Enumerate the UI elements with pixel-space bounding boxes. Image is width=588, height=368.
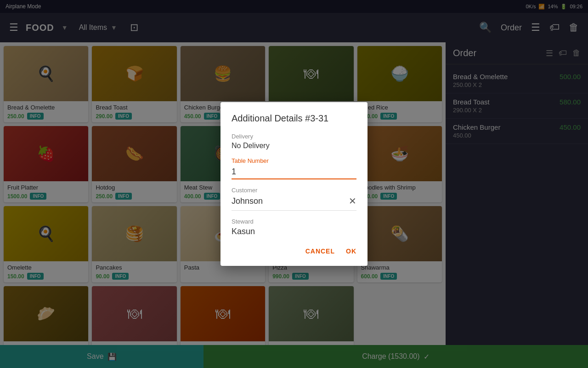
cancel-button[interactable]: CANCEL xyxy=(305,247,335,255)
clear-customer-button[interactable]: ✕ xyxy=(349,196,356,207)
additional-details-dialog: Additional Details #3-31 Delivery No Del… xyxy=(220,102,368,266)
dialog-actions: CANCEL OK xyxy=(232,247,356,255)
steward-label: Steward xyxy=(232,218,356,225)
dialog-title: Additional Details #3-31 xyxy=(232,113,356,124)
delivery-value: No Delivery xyxy=(232,142,356,150)
steward-value: Kasun xyxy=(232,227,356,236)
table-number-input[interactable] xyxy=(232,165,356,179)
customer-value: Johnson xyxy=(232,196,263,206)
customer-field-row: Johnson ✕ xyxy=(232,196,356,211)
table-number-label: Table Number xyxy=(232,157,356,164)
delivery-label: Delivery xyxy=(232,133,356,140)
customer-label: Customer xyxy=(232,187,356,194)
ok-button[interactable]: OK xyxy=(346,247,356,255)
dialog-overlay: Additional Details #3-31 Delivery No Del… xyxy=(0,0,588,368)
